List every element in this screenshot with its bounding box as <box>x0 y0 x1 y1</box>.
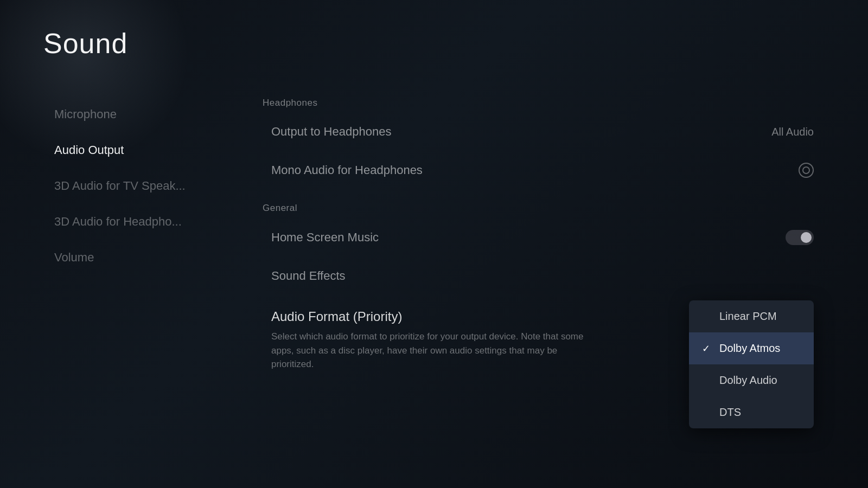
audio-format-dropdown: ✓ Linear PCM ✓ Dolby Atmos ✓ Dolby Audio… <box>689 300 814 428</box>
main-container: Sound Microphone Audio Output 3D Audio f… <box>0 0 868 488</box>
check-icon-dolby-atmos: ✓ <box>702 343 713 355</box>
dropdown-label-dolby-audio: Dolby Audio <box>719 374 777 387</box>
dropdown-label-dolby-atmos: Dolby Atmos <box>719 342 780 355</box>
dropdown-item-dolby-audio[interactable]: ✓ Dolby Audio <box>689 364 814 396</box>
headphones-section-label: Headphones <box>260 98 825 108</box>
home-screen-music-toggle[interactable] <box>786 230 814 245</box>
sidebar-item-3d-audio-tv[interactable]: 3D Audio for TV Speak... <box>43 169 250 203</box>
sound-effects-label: Sound Effects <box>271 269 346 283</box>
audio-format-description: Select which audio format to prioritize … <box>271 330 597 371</box>
page-title: Sound <box>43 27 825 60</box>
main-content: Headphones Output to Headphones All Audi… <box>250 92 825 461</box>
general-section-label: General <box>260 203 825 214</box>
sidebar-item-microphone[interactable]: Microphone <box>43 98 250 131</box>
mono-audio-toggle-icon <box>799 163 814 178</box>
home-screen-music-toggle-thumb <box>801 232 812 243</box>
layout: Microphone Audio Output 3D Audio for TV … <box>43 92 825 461</box>
output-to-headphones-value: All Audio <box>771 126 814 138</box>
home-screen-music-label: Home Screen Music <box>271 230 379 245</box>
sidebar: Microphone Audio Output 3D Audio for TV … <box>43 92 250 461</box>
output-to-headphones-row[interactable]: Output to Headphones All Audio <box>260 113 825 151</box>
mono-audio-label: Mono Audio for Headphones <box>271 163 423 177</box>
dropdown-item-dolby-atmos[interactable]: ✓ Dolby Atmos <box>689 332 814 364</box>
sound-effects-row[interactable]: Sound Effects <box>260 257 825 295</box>
sidebar-item-volume[interactable]: Volume <box>43 241 250 274</box>
dropdown-label-linear-pcm: Linear PCM <box>719 310 777 323</box>
home-screen-music-row[interactable]: Home Screen Music <box>260 218 825 257</box>
dropdown-item-dts[interactable]: ✓ DTS <box>689 396 814 428</box>
sidebar-item-audio-output[interactable]: Audio Output <box>43 133 250 167</box>
sidebar-item-3d-audio-headphones[interactable]: 3D Audio for Headpho... <box>43 205 250 239</box>
output-to-headphones-label: Output to Headphones <box>271 125 391 139</box>
mono-audio-row[interactable]: Mono Audio for Headphones <box>260 151 825 190</box>
dropdown-label-dts: DTS <box>719 406 741 419</box>
dropdown-item-linear-pcm[interactable]: ✓ Linear PCM <box>689 300 814 332</box>
